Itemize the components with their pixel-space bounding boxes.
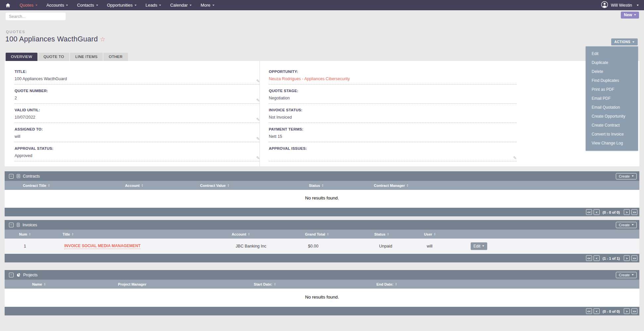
menu-item-email-quotation[interactable]: Email Quotation (586, 103, 638, 112)
column-header-contract-manager[interactable]: Contract Manager (374, 184, 408, 188)
chevron-down-icon (96, 5, 98, 6)
pie-chart-icon (17, 273, 21, 277)
prev-page-button[interactable]: < (594, 209, 600, 215)
menu-item-create-opportunity[interactable]: Create Opportunity (586, 112, 638, 121)
field-value: Negotiation (269, 96, 290, 100)
next-page-button[interactable]: > (624, 209, 630, 215)
nav-item-more[interactable]: More (201, 3, 214, 8)
field-value: 100 Appliances WacthGuard (15, 77, 67, 81)
nav-item-quotes[interactable]: Quotes (20, 3, 37, 8)
user-name: Will Westin (611, 3, 632, 8)
nav-item-calendar[interactable]: Calendar (170, 3, 192, 8)
column-header-account[interactable]: Account (125, 184, 143, 188)
column-header-user[interactable]: User (424, 232, 436, 236)
actions-dropdown-menu: Edit Duplicate Delete Find Duplicates Pr… (586, 46, 638, 151)
field-approval-status: APPROVAL STATUS: Approved✎ (15, 146, 260, 161)
field-value: Nett 15 (269, 134, 282, 139)
user-menu[interactable]: Will Westin (601, 1, 639, 9)
column-header-title[interactable]: Title (63, 232, 74, 236)
invoices-pagination: << < (1 - 1 of 1) > >> (584, 255, 637, 261)
chevron-down-icon (632, 41, 634, 43)
search-input[interactable] (6, 14, 64, 19)
contracts-empty-message: No results found. (5, 190, 639, 208)
menu-item-email-pdf[interactable]: Email PDF (586, 94, 638, 103)
last-page-button[interactable]: >> (631, 308, 637, 314)
page-title-row: 100 Appliances WacthGuard ☆ (5, 35, 644, 43)
column-header-contract-title[interactable]: Contract Title (23, 184, 50, 188)
first-page-button[interactable]: << (586, 209, 592, 215)
tab-quote-to[interactable]: QUOTE TO (38, 53, 69, 61)
edit-pencil-icon[interactable]: ✎ (513, 156, 517, 160)
prev-page-button[interactable]: < (594, 308, 600, 314)
field-label: PAYMENT TERMS: (269, 127, 517, 131)
invoices-panel-header: − Invoices Create (5, 220, 639, 230)
field-payment-terms: PAYMENT TERMS: Nett 15 (269, 127, 517, 142)
column-header-status[interactable]: Status (309, 184, 324, 188)
next-page-button[interactable]: > (624, 255, 630, 261)
edit-pencil-icon[interactable]: ✎ (256, 98, 260, 102)
field-label: INVOICE STATUS: (269, 108, 517, 112)
detail-left-column: TITLE: 100 Appliances WacthGuard✎ QUOTE … (5, 61, 260, 166)
tab-line-items[interactable]: LINE ITEMS (70, 53, 103, 61)
column-header-name[interactable]: Name (32, 282, 46, 286)
menu-item-delete[interactable]: Delete (586, 67, 638, 76)
column-header-project-manager[interactable]: Project Manager (118, 282, 146, 286)
field-invoice-status: INVOICE STATUS: Not Invoiced (269, 108, 517, 123)
contract-document-icon (17, 174, 20, 178)
field-value: will (15, 134, 20, 139)
tab-overview[interactable]: OVERVIEW (6, 53, 37, 61)
next-page-button[interactable]: > (624, 308, 630, 314)
last-page-button[interactable]: >> (631, 255, 637, 261)
last-page-button[interactable]: >> (631, 209, 637, 215)
contracts-column-headers: Contract Title Account Contract Value St… (5, 181, 639, 190)
opportunity-link[interactable]: Neuza Rodrigues - Appliances Cibersecuri… (269, 77, 350, 81)
column-header-end-date[interactable]: End Date: (377, 282, 397, 286)
edit-pencil-icon[interactable]: ✎ (256, 156, 260, 160)
first-page-button[interactable]: << (586, 255, 592, 261)
home-icon[interactable] (5, 3, 11, 8)
edit-pencil-icon[interactable]: ✎ (256, 117, 260, 122)
invoices-create-button[interactable]: Create (616, 222, 637, 228)
invoice-table-row: 1 INVOICE SOCIAL MEDIA MANAGEMENT JBC Ba… (5, 239, 639, 254)
tab-other[interactable]: OTHER (103, 53, 128, 61)
projects-create-button[interactable]: Create (616, 272, 637, 278)
collapse-icon[interactable]: − (9, 223, 14, 227)
menu-item-edit[interactable]: Edit (586, 49, 638, 58)
column-header-start-date[interactable]: Start Date: (254, 282, 276, 286)
collapse-icon[interactable]: − (9, 273, 14, 277)
prev-page-button[interactable]: < (594, 255, 600, 261)
menu-item-find-duplicates[interactable]: Find Duplicates (586, 76, 638, 85)
nav-item-contacts[interactable]: Contacts (77, 3, 98, 8)
menu-item-view-change-log[interactable]: View Change Log (586, 138, 638, 147)
menu-item-convert-to-invoice[interactable]: Convert to Invoice (586, 130, 638, 138)
favorite-star-icon[interactable]: ☆ (100, 35, 105, 43)
invoice-account: JBC Banking Inc (236, 244, 266, 248)
menu-item-duplicate[interactable]: Duplicate (586, 58, 638, 67)
new-button[interactable]: New (621, 12, 639, 19)
menu-item-print-as-pdf[interactable]: Print as PDF (586, 85, 638, 94)
invoice-title-link[interactable]: INVOICE SOCIAL MEDIA MANAGEMENT (64, 244, 141, 249)
first-page-button[interactable]: << (586, 308, 592, 314)
invoice-edit-button-wrapper: Edit (471, 243, 488, 250)
collapse-icon[interactable]: − (9, 174, 14, 179)
nav-item-opportunities[interactable]: Opportunities (107, 3, 137, 8)
column-header-num[interactable]: Num (19, 232, 31, 236)
menu-item-create-contract[interactable]: Create Contract (586, 121, 638, 130)
field-label: QUOTE STAGE: (269, 89, 517, 93)
nav-item-accounts[interactable]: Accounts (46, 3, 68, 8)
create-button-label: Create (619, 223, 630, 227)
actions-button[interactable]: ACTIONS (611, 38, 638, 45)
invoice-edit-button[interactable]: Edit (471, 243, 488, 250)
edit-pencil-icon[interactable]: ✎ (256, 79, 260, 83)
column-header-contract-value[interactable]: Contract Value (200, 184, 229, 188)
column-header-grand-total[interactable]: Grand Total (305, 232, 329, 236)
field-label: APPROVAL STATUS: (15, 146, 260, 150)
nav-item-leads[interactable]: Leads (146, 3, 161, 8)
edit-pencil-icon[interactable]: ✎ (256, 137, 260, 141)
sort-icon (248, 233, 250, 236)
column-header-status[interactable]: Status (374, 232, 389, 236)
column-header-account[interactable]: Account (232, 232, 250, 236)
field-label: TITLE: (15, 70, 260, 74)
contracts-create-button[interactable]: Create (616, 173, 637, 179)
invoices-panel-footer: << < (1 - 1 of 1) > >> (5, 254, 639, 262)
